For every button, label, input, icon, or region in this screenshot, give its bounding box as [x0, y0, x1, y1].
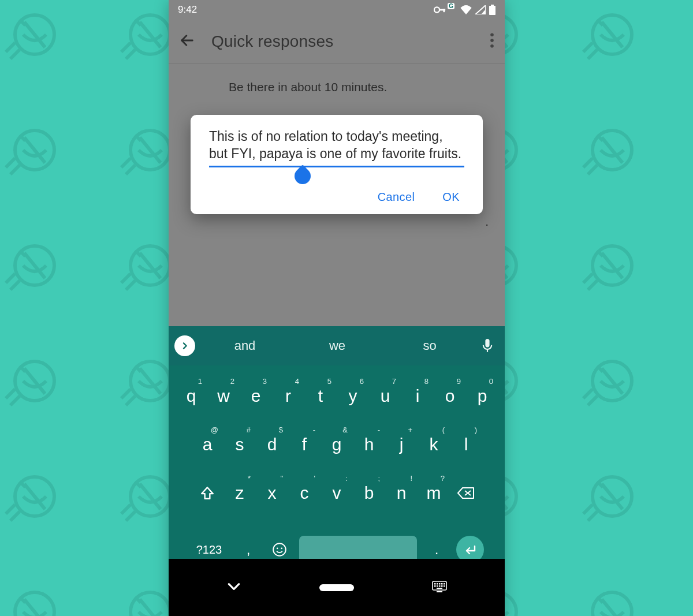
overflow-menu-icon[interactable] [490, 33, 494, 50]
svg-point-13 [273, 543, 286, 556]
nav-ime-switch-icon[interactable] [432, 581, 447, 595]
input-underline [209, 166, 464, 167]
svg-rect-4 [491, 5, 494, 6]
svg-rect-9 [485, 339, 489, 347]
svg-rect-22 [434, 585, 436, 587]
svg-point-14 [277, 548, 278, 550]
suggestion-strip: and we so [169, 326, 505, 365]
key-s[interactable]: s# [224, 423, 255, 466]
phone-frame: 9:42 G Quick resp [169, 0, 505, 616]
key-f[interactable]: f- [289, 423, 320, 466]
key-a[interactable]: a@ [192, 423, 223, 466]
quick-response-item[interactable]: Be there in about 10 minutes. [169, 64, 505, 110]
key-y[interactable]: y6 [337, 375, 368, 417]
cancel-button[interactable]: Cancel [378, 191, 415, 204]
svg-point-15 [281, 548, 282, 550]
key-b[interactable]: b; [353, 472, 385, 514]
svg-point-8 [490, 44, 494, 48]
page-title: Quick responses [211, 32, 334, 51]
svg-rect-25 [441, 585, 443, 587]
cell-signal-icon [475, 5, 486, 14]
svg-rect-20 [441, 583, 443, 585]
key-i[interactable]: i8 [402, 375, 433, 417]
keyboard-row-1: q1w2e3r4t5y6u7i8o9p0 [172, 375, 501, 417]
battery-icon [489, 5, 495, 15]
vpn-key-icon [434, 6, 446, 14]
key-t[interactable]: t5 [305, 375, 336, 417]
svg-rect-21 [444, 583, 445, 585]
svg-rect-17 [434, 583, 436, 585]
response-text-input[interactable]: This is of no relation to today's meetin… [209, 128, 464, 162]
key-l[interactable]: l) [450, 423, 482, 466]
on-screen-keyboard: and we so q1w2e3r4t5y6u7i8o9p0 a@s#d$f-g… [169, 326, 505, 559]
google-badge-icon: G [448, 3, 454, 9]
edit-response-dialog: This is of no relation to today's meetin… [191, 115, 483, 214]
voice-input-icon[interactable] [476, 339, 499, 353]
screen: 9:42 G Quick resp [169, 0, 505, 616]
key-n[interactable]: n! [386, 472, 417, 514]
nav-hide-keyboard-icon[interactable] [226, 581, 241, 594]
keyboard-row-2: a@s#d$f-g&h-j+k(l) [172, 423, 501, 466]
backspace-key[interactable] [450, 472, 482, 514]
svg-rect-27 [437, 588, 442, 589]
status-time: 9:42 [178, 4, 197, 16]
svg-rect-23 [437, 585, 438, 587]
svg-rect-3 [489, 6, 495, 15]
suggestion-1[interactable]: and [199, 338, 291, 353]
key-m[interactable]: m? [418, 472, 449, 514]
system-nav-bar [169, 559, 505, 616]
key-c[interactable]: c' [289, 472, 320, 514]
key-o[interactable]: o9 [434, 375, 465, 417]
key-u[interactable]: u7 [370, 375, 401, 417]
key-w[interactable]: w2 [208, 375, 239, 417]
key-h[interactable]: h- [353, 423, 385, 466]
obscured-text-fragment: . [485, 215, 489, 229]
svg-rect-28 [437, 591, 442, 592]
keyboard-row-3: z*x"c'v:b;n!m? [172, 472, 501, 514]
svg-rect-19 [439, 583, 441, 585]
svg-rect-2 [444, 9, 445, 13]
key-x[interactable]: x" [256, 472, 288, 514]
key-q[interactable]: q1 [176, 375, 207, 417]
svg-point-7 [490, 39, 494, 42]
key-j[interactable]: j+ [386, 423, 417, 466]
key-r[interactable]: r4 [273, 375, 304, 417]
key-p[interactable]: p0 [467, 375, 498, 417]
svg-rect-24 [439, 585, 441, 587]
nav-home-pill[interactable] [319, 584, 354, 591]
ok-button[interactable]: OK [442, 191, 460, 204]
suggestion-3[interactable]: so [383, 338, 476, 353]
key-e[interactable]: e3 [240, 375, 271, 417]
svg-point-0 [434, 7, 439, 12]
key-g[interactable]: g& [321, 423, 352, 466]
key-z[interactable]: z* [224, 472, 255, 514]
app-bar: Quick responses [169, 20, 505, 64]
expand-suggestions-icon[interactable] [174, 335, 195, 356]
svg-point-6 [490, 33, 494, 36]
suggestion-2[interactable]: we [291, 338, 383, 353]
status-bar: 9:42 G [169, 0, 505, 20]
key-v[interactable]: v: [321, 472, 352, 514]
wifi-icon [460, 5, 472, 14]
svg-rect-18 [437, 583, 438, 585]
svg-rect-26 [444, 585, 445, 587]
key-k[interactable]: k( [418, 423, 449, 466]
text-cursor-handle[interactable] [291, 165, 314, 188]
key-d[interactable]: d$ [256, 423, 288, 466]
back-icon[interactable] [179, 32, 195, 51]
shift-key[interactable] [192, 472, 223, 514]
